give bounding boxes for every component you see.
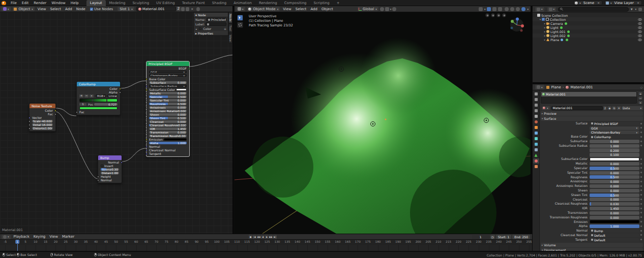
bsdf-anisotropic-rotation-field[interactable]: Anisotropic Rotation0.000	[149, 110, 187, 113]
stop-index-field[interactable]: 1	[79, 103, 86, 106]
transmission-slider[interactable]: 0.000	[590, 211, 639, 215]
link-mode-dropdown[interactable]: Data▾	[622, 106, 643, 110]
animate-property-dot[interactable]	[639, 171, 643, 174]
socket-bsdf-output[interactable]	[188, 68, 190, 70]
subsurface-radius-component-1[interactable]: 0.200	[590, 148, 639, 152]
blender-logo-icon[interactable]	[2, 1, 6, 5]
workspace-tab-rendering[interactable]: Rendering	[255, 0, 281, 6]
socket-tangent-input[interactable]	[145, 153, 148, 155]
node-menu-add[interactable]: Add	[63, 6, 74, 12]
properties-tab-material[interactable]	[533, 158, 539, 164]
visibility-toggle[interactable]	[638, 26, 642, 29]
socket-ior-input[interactable]	[145, 128, 148, 130]
workspace-tab-scripting[interactable]: Scripting	[310, 0, 333, 6]
properties-tab-scene[interactable]	[533, 114, 539, 119]
object-visibility-dropdown-icon[interactable]	[479, 7, 483, 11]
animate-property-dot[interactable]	[639, 188, 643, 191]
animate-property-dot[interactable]	[639, 175, 643, 178]
visibility-toggle[interactable]	[638, 30, 642, 33]
distribution-dropdown-1[interactable]: Christensen-Burley▾	[149, 74, 187, 77]
animate-property-dot[interactable]	[639, 229, 643, 232]
socket-normal-input[interactable]	[145, 146, 148, 148]
new-material-icon[interactable]	[186, 7, 189, 11]
cursor-tool[interactable]	[237, 22, 243, 28]
animate-property-dot[interactable]	[639, 144, 643, 147]
navigation-gizmo[interactable]	[509, 17, 524, 33]
animate-property-dot[interactable]	[639, 215, 643, 218]
users-count-button[interactable]: 2	[603, 106, 607, 110]
workspace-tab-animation[interactable]: Animation	[230, 0, 255, 6]
viewport-body[interactable]: User Perspective (1) Collection | Plane …	[235, 12, 531, 234]
bsdf-alpha-field[interactable]: Alpha1.000	[149, 142, 187, 145]
visibility-toggle[interactable]	[638, 18, 642, 21]
node-label-field[interactable]	[206, 22, 226, 26]
frame-start-field[interactable]: Start: 1	[496, 235, 511, 239]
material-slot-dropdown[interactable]: Slot 1▾	[118, 7, 134, 11]
bsdf-ior-field[interactable]: IOR1.450	[149, 127, 187, 131]
timeline[interactable]: ▾PlaybackKeyingViewMarker●|◀◀◀◀▶▶▶▶|1◷St…	[0, 234, 532, 251]
animate-property-dot[interactable]	[639, 211, 643, 214]
material-name-field[interactable]: Material.001	[551, 106, 603, 110]
expand-arrow-icon[interactable]: ▸	[543, 38, 546, 41]
display-mode-dropdown[interactable]: ▾	[535, 7, 544, 12]
color-checkbox[interactable]	[199, 27, 201, 30]
play-reverse-button[interactable]: ◀	[261, 235, 265, 239]
bsdf-roughness-field[interactable]: Roughness0.500	[149, 103, 187, 106]
animate-property-dot[interactable]	[639, 166, 643, 169]
socket-clearcoat-roughness-input[interactable]	[145, 124, 148, 126]
pan-hand-icon[interactable]	[491, 13, 495, 17]
link-icon[interactable]	[196, 7, 200, 11]
transmission-roughness-slider[interactable]: 0.000	[590, 216, 639, 219]
add-slot-button[interactable]: +	[638, 91, 643, 95]
outliner-row-light-002[interactable]: ▸Light.002	[533, 34, 644, 38]
noise-detail-field[interactable]: Detail16.000	[32, 123, 53, 126]
show-overlays-toggle-icon[interactable]	[492, 7, 496, 11]
current-frame-field[interactable]: 1	[472, 235, 489, 239]
select-box-tool[interactable]	[237, 15, 243, 21]
node-principled-bsdf[interactable]: Principled BSDFBSDFGGX▾Christensen-Burle…	[146, 61, 190, 157]
bsdf-subsurface-field[interactable]: Subsurface0.000	[149, 81, 187, 84]
socket-metallic-input[interactable]	[145, 92, 148, 94]
socket-fac-input[interactable]	[76, 111, 78, 113]
xray-toggle-icon[interactable]	[498, 7, 502, 11]
clearcoat-normal-selector[interactable]: Default	[590, 234, 639, 237]
socket-g[interactable]	[28, 127, 31, 130]
outliner-row-collection[interactable]: ▾✓Collection	[533, 17, 644, 21]
specular-slider[interactable]: 0.500	[590, 167, 639, 170]
eye-icon[interactable]	[638, 22, 642, 25]
properties-tab-particles[interactable]	[533, 136, 539, 141]
node-bump[interactable]: BumpNormalInvertStrength0.300Distance1.0…	[98, 155, 122, 183]
outliner-row-plane[interactable]: ▸Plane	[533, 38, 644, 42]
surface-panel-header[interactable]: ▾Surface	[541, 116, 643, 121]
timeline-menu-playback[interactable]: Playback	[12, 234, 32, 240]
properties-tab-output[interactable]	[533, 103, 539, 108]
unlink-scene-icon[interactable]: ✕	[596, 1, 601, 5]
socket-sheen-tint-input[interactable]	[145, 117, 148, 119]
socket-fac-output[interactable]	[54, 113, 56, 115]
jump-to-end-button[interactable]: ▶|	[273, 235, 277, 239]
visibility-toggle[interactable]	[638, 39, 642, 41]
unlink-material-icon[interactable]: ✕	[617, 106, 621, 110]
animate-property-dot[interactable]	[639, 224, 643, 227]
perspective-toggle-icon[interactable]	[502, 13, 506, 17]
play-button[interactable]: ▶	[265, 235, 269, 239]
bsdf-metallic-field[interactable]: Metallic0.000	[149, 92, 187, 95]
menu-window[interactable]: Window	[49, 0, 68, 6]
bsdf-sheen-tint-field[interactable]: Sheen Tint0.500	[149, 117, 187, 120]
sidebar-tab-tool[interactable]: Tool	[228, 23, 232, 33]
animate-property-dot[interactable]	[639, 220, 643, 223]
rendered-terrain-scene[interactable]	[235, 12, 531, 234]
fake-user-shield-icon[interactable]: ◈	[607, 106, 611, 110]
timeline-ruler[interactable]: -551015202530354045505560657075808590951…	[0, 240, 532, 245]
timeline-menu-keying[interactable]: Keying	[32, 234, 48, 240]
socket-specular-tint-input[interactable]	[145, 100, 148, 102]
subsurface-radius-component-0[interactable]: 1.000	[590, 144, 639, 148]
socket-transmission-roughness-input[interactable]	[145, 135, 148, 137]
viewport-menu-select[interactable]: Select	[294, 6, 309, 12]
socket-g[interactable]	[28, 120, 31, 122]
users-count-button[interactable]: 2	[177, 7, 181, 11]
properties-tab-world[interactable]	[533, 119, 539, 124]
interpolation-dropdown[interactable]: Linear▾	[107, 94, 118, 98]
shader-type-dropdown[interactable]: Object▾	[13, 7, 35, 11]
node-panel-header[interactable]: ▾ Node	[194, 13, 228, 17]
